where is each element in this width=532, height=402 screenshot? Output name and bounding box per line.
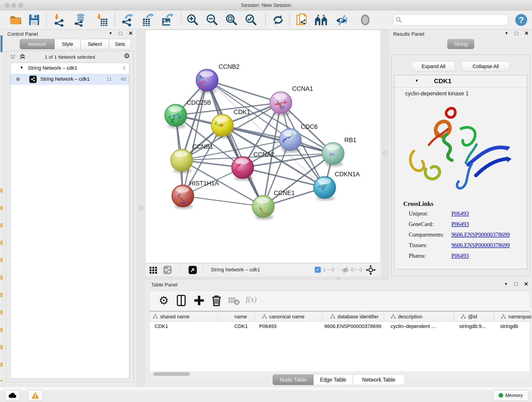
crosslink-link[interactable]: 9606.ENSP00000378699: [451, 242, 510, 249]
column-header-name[interactable]: name: [234, 313, 247, 321]
network-edge[interactable]: [207, 80, 263, 206]
crosslink-link[interactable]: P06493: [451, 253, 469, 259]
tab-sets[interactable]: Sets: [109, 39, 131, 49]
results-panel-title: Results Panel: [393, 31, 424, 37]
refresh-layout-icon[interactable]: [272, 13, 285, 27]
export-image-icon[interactable]: [161, 13, 174, 27]
import-network-database-icon[interactable]: [73, 13, 87, 27]
export-network-icon[interactable]: [121, 13, 134, 27]
zoom-selected-icon[interactable]: [244, 13, 258, 27]
open-session-icon[interactable]: [9, 13, 22, 27]
left-splitter-handle[interactable]: [139, 205, 143, 210]
collapse-panel-icon[interactable]: ▼: [504, 282, 508, 286]
zoom-fit-icon[interactable]: [225, 13, 238, 27]
tab-network-table[interactable]: Network Table: [353, 375, 405, 385]
bottom-splitter-handle[interactable]: [336, 277, 341, 280]
table-panel-controls: ▼ □ ✕: [504, 281, 528, 287]
import-table-icon[interactable]: [95, 13, 108, 27]
column-header-database-identifier[interactable]: database identifier: [330, 313, 379, 321]
memory-status-dot: [499, 393, 503, 398]
float-panel-icon[interactable]: □: [119, 31, 122, 36]
right-splitter-handle[interactable]: [383, 150, 387, 155]
column-header-description[interactable]: description: [391, 313, 422, 321]
help-icon[interactable]: ?: [515, 13, 528, 27]
clone-network-icon[interactable]: [296, 13, 309, 27]
hide-selected-icon[interactable]: [335, 13, 348, 27]
network-current-dot: [16, 77, 20, 81]
function-builder-icon: f(x): [246, 295, 257, 304]
network-edge[interactable]: [183, 196, 263, 206]
cell-database-identifier: 9606.ENSP00000378699: [324, 323, 381, 329]
warning-button[interactable]: [28, 390, 43, 401]
delete-table-icon[interactable]: [228, 294, 240, 306]
collection-expander-icon[interactable]: ▼: [20, 65, 24, 70]
tab-edge-table[interactable]: Edge Table: [313, 375, 353, 385]
collapse-panel-icon[interactable]: ▼: [505, 32, 508, 35]
zoom-in-icon[interactable]: [186, 13, 199, 27]
share-network-icon[interactable]: [163, 266, 172, 275]
split-view-icon[interactable]: [175, 294, 187, 306]
tab-select[interactable]: Select: [81, 39, 109, 49]
table-box: ⚙ f(x) shared name name canonical nam: [149, 291, 530, 373]
grid-view-icon[interactable]: [149, 266, 157, 275]
crosslink-link[interactable]: P06493: [451, 211, 469, 217]
first-neighbors-icon[interactable]: [314, 13, 328, 27]
birdseye-icon[interactable]: [188, 266, 197, 275]
selected-checkbox[interactable]: ✓: [315, 267, 321, 273]
search-field[interactable]: [404, 16, 506, 24]
toolbar-separator: [114, 13, 115, 26]
float-panel-icon[interactable]: □: [514, 281, 518, 287]
search-input[interactable]: [393, 14, 508, 26]
table-settings-gear-icon[interactable]: ⚙: [158, 294, 170, 306]
svg-text:?: ?: [519, 15, 524, 25]
toolbar-separator: [265, 13, 266, 26]
hidden-eye-icon[interactable]: [341, 267, 349, 274]
network-canvas[interactable]: CCNB2CCNA1CDC25BCDK1CDC6RB1CCNB1CCNA2CDK…: [145, 30, 381, 263]
delete-column-icon[interactable]: [210, 294, 222, 306]
column-header-canonical-name[interactable]: canonical name: [262, 313, 304, 321]
svg-text:⚙: ⚙: [159, 294, 169, 306]
tab-node-table[interactable]: Node Table: [273, 375, 313, 385]
collapse-all-button[interactable]: Collapse All: [462, 61, 510, 72]
show-all-icon[interactable]: [359, 13, 372, 27]
node-label-CCNA1: CCNA1: [292, 85, 313, 92]
close-panel-icon[interactable]: ✕: [525, 31, 529, 36]
memory-button[interactable]: Memory: [493, 390, 528, 401]
control-panel-title: Control Panel: [7, 31, 38, 37]
cell-canonical-name: P06493: [259, 323, 277, 329]
add-column-icon[interactable]: [193, 294, 205, 306]
network-edge[interactable]: [207, 80, 281, 103]
tab-string[interactable]: String: [447, 39, 474, 49]
toolbar-separator: [46, 13, 47, 26]
hidden-counts: 0 – 0: [351, 267, 362, 273]
close-panel-icon[interactable]: ✕: [524, 281, 528, 287]
scrollbar-thumb[interactable]: [153, 372, 190, 376]
collapse-panel-icon[interactable]: ▼: [109, 32, 113, 35]
crosslink-label: Tissues:: [409, 242, 427, 249]
tab-style[interactable]: Style: [55, 39, 81, 49]
section-expander-icon[interactable]: ▼: [415, 78, 419, 83]
network-collection-row[interactable]: ▼ String Network – cdk1 1: [11, 63, 129, 74]
export-table-icon[interactable]: [142, 13, 155, 27]
network-selection-status: 1 of 1 Network selected: [6, 54, 133, 60]
close-panel-icon[interactable]: ✕: [128, 31, 133, 36]
network-edge[interactable]: [183, 80, 207, 196]
zoom-out-icon[interactable]: [206, 13, 219, 27]
column-header-namespace[interactable]: namespac: [501, 313, 532, 321]
cloud-button[interactable]: [5, 390, 20, 401]
pan-crosshair-icon[interactable]: [366, 265, 376, 276]
column-header-shared-name[interactable]: shared name: [153, 313, 190, 321]
save-session-icon[interactable]: [27, 13, 41, 27]
crosslink-link[interactable]: 9606.ENSP00000378699: [451, 231, 510, 238]
network-options-gear-icon[interactable]: ⚙: [124, 52, 130, 59]
network-row-selected[interactable]: String Network – cdk1 11 48: [11, 74, 129, 85]
node-label-CCNB2: CCNB2: [219, 63, 240, 70]
expand-all-button[interactable]: Expand All: [412, 61, 455, 72]
gene-section-header[interactable]: ▼ CDK1: [394, 75, 527, 87]
import-network-file-icon[interactable]: [53, 13, 66, 27]
float-panel-icon[interactable]: □: [515, 31, 518, 36]
crosslink-link[interactable]: P06493: [451, 221, 469, 227]
column-header-id[interactable]: @id: [461, 313, 477, 321]
table-row[interactable]: CDK1 CDK1 P06493 9606.ENSP00000378699 cy…: [150, 322, 530, 332]
tab-network[interactable]: Network: [20, 39, 55, 49]
